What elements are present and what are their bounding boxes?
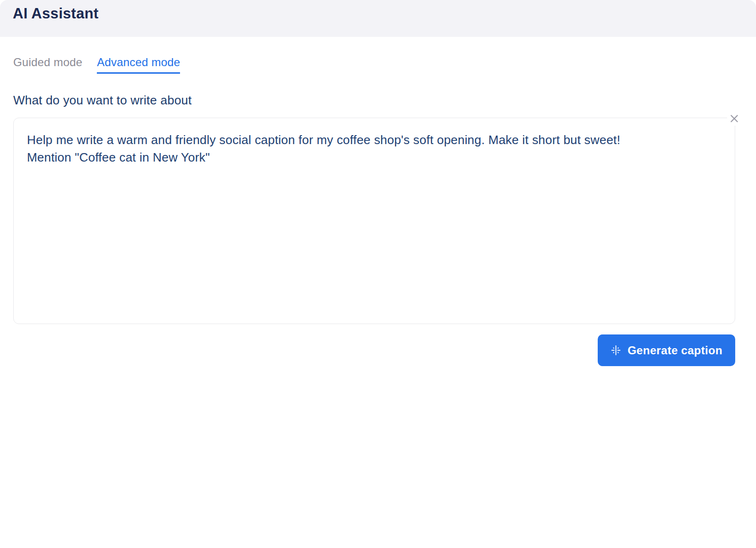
- prompt-label: What do you want to write about: [13, 93, 756, 108]
- mode-tabs: Guided mode Advanced mode: [13, 56, 756, 74]
- generate-caption-button[interactable]: Generate caption: [598, 334, 735, 366]
- tab-guided-mode[interactable]: Guided mode: [13, 56, 82, 69]
- tab-advanced-mode[interactable]: Advanced mode: [97, 56, 180, 74]
- prompt-box: Help me write a warm and friendly social…: [13, 118, 735, 324]
- prompt-input[interactable]: Help me write a warm and friendly social…: [14, 118, 735, 324]
- clear-prompt-button[interactable]: [727, 111, 741, 126]
- header: AI Assistant: [0, 0, 756, 37]
- close-icon: [729, 113, 739, 124]
- sparkle-icon: [610, 345, 621, 356]
- page-title: AI Assistant: [13, 5, 756, 22]
- actions-row: Generate caption: [0, 334, 735, 366]
- ai-assistant-panel: AI Assistant Guided mode Advanced mode W…: [0, 0, 756, 548]
- generate-caption-label: Generate caption: [627, 344, 722, 357]
